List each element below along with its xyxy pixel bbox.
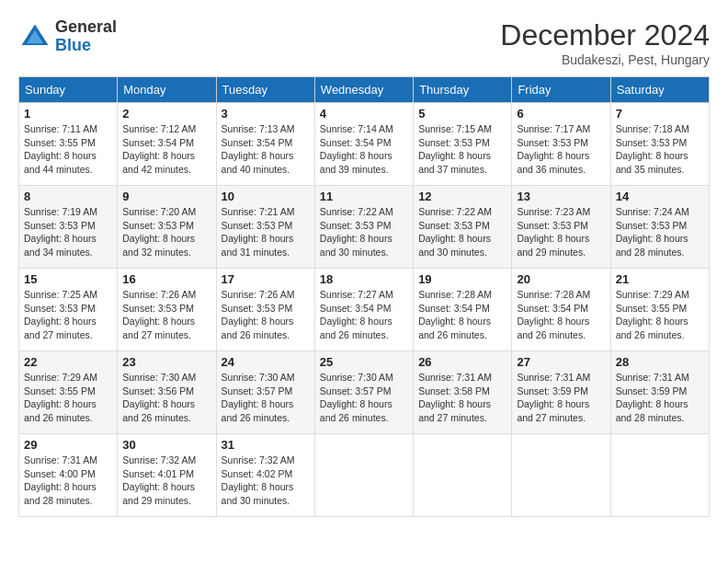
day-info: Sunrise: 7:30 AMSunset: 3:56 PMDaylight:… [122,371,210,425]
logo-general-text: General [55,18,117,37]
day-cell-29: 29Sunrise: 7:31 AMSunset: 4:00 PMDayligh… [19,434,118,517]
calendar-table: SundayMondayTuesdayWednesdayThursdayFrid… [18,76,710,517]
day-number: 29 [24,438,112,452]
header-friday: Friday [512,77,610,103]
day-info: Sunrise: 7:31 AMSunset: 3:59 PMDaylight:… [517,371,605,425]
day-cell-21: 21Sunrise: 7:29 AMSunset: 3:55 PMDayligh… [610,269,709,351]
logo-blue-text: Blue [55,37,117,55]
day-number: 10 [222,190,310,203]
day-cell-18: 18Sunrise: 7:27 AMSunset: 3:54 PMDayligh… [314,269,413,351]
day-info: Sunrise: 7:12 AMSunset: 3:54 PMDaylight:… [122,122,210,177]
day-cell-2: 2Sunrise: 7:12 AMSunset: 3:54 PMDaylight… [118,103,216,186]
day-number: 2 [122,107,210,121]
day-info: Sunrise: 7:32 AMSunset: 4:02 PMDaylight:… [222,454,310,508]
header-wednesday: Wednesday [314,77,413,103]
day-number: 17 [222,272,310,286]
day-number: 20 [517,272,605,286]
day-info: Sunrise: 7:18 AMSunset: 3:53 PMDaylight:… [616,122,704,177]
day-number: 25 [320,355,408,369]
day-cell-10: 10Sunrise: 7:21 AMSunset: 3:53 PMDayligh… [216,186,314,269]
empty-cell [610,434,709,517]
day-number: 22 [24,355,112,369]
week-row-5: 29Sunrise: 7:31 AMSunset: 4:00 PMDayligh… [19,434,710,517]
location-subtitle: Budakeszi, Pest, Hungary [500,52,710,67]
week-row-2: 8Sunrise: 7:19 AMSunset: 3:53 PMDaylight… [19,186,710,269]
day-number: 19 [418,272,506,286]
day-number: 6 [517,107,605,121]
day-cell-4: 4Sunrise: 7:14 AMSunset: 3:54 PMDaylight… [314,103,413,186]
day-cell-17: 17Sunrise: 7:26 AMSunset: 3:53 PMDayligh… [216,269,314,351]
day-cell-9: 9Sunrise: 7:20 AMSunset: 3:53 PMDaylight… [118,186,216,269]
day-number: 21 [616,272,704,286]
day-info: Sunrise: 7:31 AMSunset: 3:59 PMDaylight:… [616,371,704,425]
day-cell-14: 14Sunrise: 7:24 AMSunset: 3:53 PMDayligh… [610,186,709,269]
day-cell-27: 27Sunrise: 7:31 AMSunset: 3:59 PMDayligh… [512,351,610,434]
day-number: 26 [418,355,506,369]
day-number: 7 [616,107,704,121]
day-number: 18 [320,272,408,286]
day-cell-25: 25Sunrise: 7:30 AMSunset: 3:57 PMDayligh… [314,351,413,434]
day-cell-11: 11Sunrise: 7:22 AMSunset: 3:53 PMDayligh… [314,186,413,269]
day-number: 24 [222,355,310,369]
day-number: 4 [320,107,408,121]
day-cell-19: 19Sunrise: 7:28 AMSunset: 3:54 PMDayligh… [414,269,512,351]
day-cell-26: 26Sunrise: 7:31 AMSunset: 3:58 PMDayligh… [414,351,512,434]
logo: General Blue [18,18,117,55]
day-info: Sunrise: 7:13 AMSunset: 3:54 PMDaylight:… [222,122,310,177]
page-header: General Blue December 2024 Budakeszi, Pe… [18,18,710,67]
day-info: Sunrise: 7:26 AMSunset: 3:53 PMDaylight:… [222,288,310,342]
empty-cell [314,434,413,517]
day-info: Sunrise: 7:14 AMSunset: 3:54 PMDaylight:… [320,122,408,177]
day-cell-5: 5Sunrise: 7:15 AMSunset: 3:53 PMDaylight… [414,103,512,186]
day-info: Sunrise: 7:19 AMSunset: 3:53 PMDaylight:… [24,205,112,259]
empty-cell [512,434,610,517]
day-cell-22: 22Sunrise: 7:29 AMSunset: 3:55 PMDayligh… [19,351,118,434]
week-row-4: 22Sunrise: 7:29 AMSunset: 3:55 PMDayligh… [19,351,710,434]
header-monday: Monday [118,77,216,103]
day-number: 11 [320,190,408,203]
day-info: Sunrise: 7:28 AMSunset: 3:54 PMDaylight:… [517,288,605,342]
week-row-3: 15Sunrise: 7:25 AMSunset: 3:53 PMDayligh… [19,269,710,351]
day-info: Sunrise: 7:20 AMSunset: 3:53 PMDaylight:… [122,205,210,259]
day-info: Sunrise: 7:32 AMSunset: 4:01 PMDaylight:… [122,454,210,508]
day-cell-15: 15Sunrise: 7:25 AMSunset: 3:53 PMDayligh… [19,269,118,351]
title-block: December 2024 Budakeszi, Pest, Hungary [500,18,710,67]
day-cell-20: 20Sunrise: 7:28 AMSunset: 3:54 PMDayligh… [512,269,610,351]
day-cell-31: 31Sunrise: 7:32 AMSunset: 4:02 PMDayligh… [216,434,314,517]
day-cell-28: 28Sunrise: 7:31 AMSunset: 3:59 PMDayligh… [610,351,709,434]
day-number: 30 [122,438,210,452]
day-number: 8 [24,190,112,203]
day-info: Sunrise: 7:30 AMSunset: 3:57 PMDaylight:… [320,371,408,425]
day-number: 5 [418,107,506,121]
day-cell-30: 30Sunrise: 7:32 AMSunset: 4:01 PMDayligh… [118,434,216,517]
day-info: Sunrise: 7:22 AMSunset: 3:53 PMDaylight:… [320,205,408,259]
empty-cell [414,434,512,517]
day-info: Sunrise: 7:22 AMSunset: 3:53 PMDaylight:… [418,205,506,259]
day-cell-24: 24Sunrise: 7:30 AMSunset: 3:57 PMDayligh… [216,351,314,434]
month-title: December 2024 [500,18,710,52]
day-number: 16 [122,272,210,286]
week-row-1: 1Sunrise: 7:11 AMSunset: 3:55 PMDaylight… [19,103,710,186]
header-tuesday: Tuesday [216,77,314,103]
day-info: Sunrise: 7:28 AMSunset: 3:54 PMDaylight:… [418,288,506,342]
day-number: 31 [222,438,310,452]
day-number: 23 [122,355,210,369]
header-thursday: Thursday [414,77,512,103]
day-cell-3: 3Sunrise: 7:13 AMSunset: 3:54 PMDaylight… [216,103,314,186]
day-cell-12: 12Sunrise: 7:22 AMSunset: 3:53 PMDayligh… [414,186,512,269]
day-info: Sunrise: 7:15 AMSunset: 3:53 PMDaylight:… [418,122,506,177]
header-sunday: Sunday [19,77,118,103]
day-info: Sunrise: 7:21 AMSunset: 3:53 PMDaylight:… [222,205,310,259]
day-info: Sunrise: 7:23 AMSunset: 3:53 PMDaylight:… [517,205,605,259]
day-number: 12 [418,190,506,203]
day-info: Sunrise: 7:31 AMSunset: 3:58 PMDaylight:… [418,371,506,425]
day-info: Sunrise: 7:17 AMSunset: 3:53 PMDaylight:… [517,122,605,177]
logo-icon [18,20,51,53]
day-cell-8: 8Sunrise: 7:19 AMSunset: 3:53 PMDaylight… [19,186,118,269]
day-info: Sunrise: 7:26 AMSunset: 3:53 PMDaylight:… [122,288,210,342]
day-number: 13 [517,190,605,203]
day-info: Sunrise: 7:24 AMSunset: 3:53 PMDaylight:… [616,205,704,259]
day-cell-16: 16Sunrise: 7:26 AMSunset: 3:53 PMDayligh… [118,269,216,351]
day-info: Sunrise: 7:27 AMSunset: 3:54 PMDaylight:… [320,288,408,342]
day-cell-1: 1Sunrise: 7:11 AMSunset: 3:55 PMDaylight… [19,103,118,186]
